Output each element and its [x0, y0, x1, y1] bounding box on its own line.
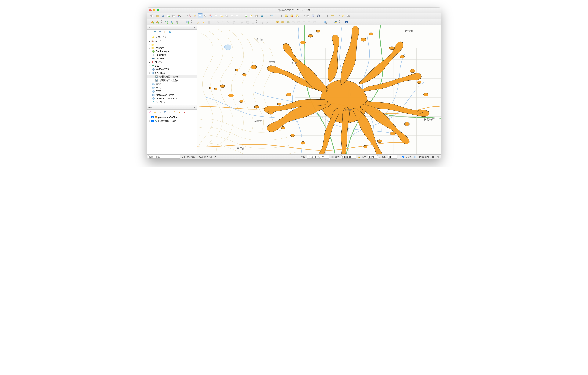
copy-button[interactable]	[245, 20, 250, 25]
label-toolbar-main-button[interactable]: abc	[275, 20, 280, 25]
paste-button[interactable]	[251, 20, 255, 25]
browser-item-spatialite[interactable]: SpatiaLite	[147, 53, 197, 57]
open-project-button[interactable]	[155, 13, 160, 18]
browser-item-ows[interactable]: OWS	[147, 89, 197, 93]
toggle-editing-button[interactable]	[201, 20, 206, 25]
messages-icon[interactable]	[431, 155, 435, 159]
layout-manager-button[interactable]	[171, 13, 176, 18]
toolbar-grip[interactable]: ⋮⋮	[332, 20, 333, 24]
rotation-spin[interactable]: ▲▼	[388, 155, 400, 159]
toolbar-grip[interactable]: ⋮⋮	[304, 14, 304, 18]
redo-button[interactable]	[264, 20, 269, 25]
browser-undock-button[interactable]: ▫	[190, 26, 193, 28]
browser-item-wmswmts[interactable]: WMS/WMTS	[147, 67, 197, 71]
extents-icon[interactable]	[331, 155, 334, 158]
browser-item-xyz-standard[interactable]: 地理院地図（標準）	[147, 75, 197, 78]
zoom-next-button[interactable]	[235, 13, 240, 18]
browser-item-wfs[interactable]: WFS	[147, 86, 197, 89]
delete-button[interactable]	[231, 20, 236, 25]
toolbar-grip[interactable]: ⋮⋮	[148, 14, 149, 18]
map-canvas[interactable]: 渋川市 安中市 富岡市 前橋市 前橋市 伊勢崎市 榛東村 吉岡町	[197, 25, 441, 154]
layer-gsi-pale[interactable]: ▼ 地理院地図（淡色）	[147, 119, 197, 123]
layer-gunma-pref-office[interactable]: gunma-pref-office	[147, 115, 197, 119]
properties-icon[interactable]: i	[168, 30, 172, 34]
python-console-button[interactable]	[333, 20, 338, 25]
magnifier-spin[interactable]: ▲▼	[368, 155, 380, 159]
undo-button[interactable]	[259, 20, 264, 25]
browser-item-postgis[interactable]: PostGIS	[147, 57, 197, 60]
zoom-to-layer-button[interactable]	[224, 13, 229, 18]
collapse-all-layers-icon[interactable]	[178, 110, 181, 114]
filter-legend-icon[interactable]	[163, 110, 167, 114]
save-project-button[interactable]	[161, 13, 166, 18]
browser-item-db2[interactable]: ▶DB2DB2	[147, 64, 197, 67]
plugins-icon[interactable]	[436, 155, 440, 159]
field-calculator-button[interactable]	[311, 13, 315, 18]
toolbar-grip[interactable]: ⋮⋮	[268, 14, 269, 18]
refresh-browser-icon[interactable]	[153, 30, 157, 34]
browser-tree[interactable]: ⭐お気に入り ▶🏠ホーム ▶📁/ ▶📁/Volumes GeoPackage S…	[147, 35, 197, 105]
new-project-button[interactable]	[150, 13, 155, 18]
add-vector-layer-button[interactable]: +	[150, 20, 155, 25]
add-feature-button[interactable]: +	[215, 20, 220, 25]
filter-browser-icon[interactable]	[158, 30, 162, 34]
zoom-to-selection-button[interactable]	[219, 13, 224, 18]
cut-button[interactable]	[240, 20, 245, 25]
new-bookmark-button[interactable]	[249, 13, 254, 18]
zoom-in-button[interactable]: +	[198, 13, 203, 18]
new-print-layout-button[interactable]: +	[166, 13, 171, 18]
new-spatialite-button[interactable]: +	[169, 20, 174, 25]
move-feature-button[interactable]	[220, 20, 225, 25]
measure-button[interactable]	[330, 13, 335, 18]
select-by-value-button[interactable]: ε	[289, 13, 294, 18]
new-shapefile-button[interactable]: +	[164, 20, 169, 25]
toolbar-grip[interactable]: ⋮⋮	[148, 20, 149, 24]
toolbar-grip[interactable]: ⋮⋮	[339, 14, 340, 18]
show-bookmarks-button[interactable]	[254, 13, 259, 18]
zoom-out-button[interactable]: −	[203, 13, 208, 18]
label-highlight-button[interactable]: abc	[286, 20, 291, 25]
layer-visibility-checkbox[interactable]	[151, 116, 154, 119]
collapse-all-icon[interactable]	[163, 30, 167, 34]
toolbar-grip[interactable]: ⋮⋮	[194, 20, 195, 24]
label-tool-5-button[interactable]	[312, 20, 317, 25]
label-tool-3-button[interactable]	[302, 20, 306, 25]
actions-button[interactable]	[275, 13, 280, 18]
toolbar-grip[interactable]: ⋮⋮	[183, 20, 185, 24]
crs-label[interactable]: EPSG:4326	[418, 156, 429, 158]
crs-icon[interactable]	[413, 155, 416, 158]
refresh-button[interactable]	[260, 13, 264, 18]
browser-item-geopackage[interactable]: GeoPackage	[147, 49, 197, 53]
add-layer-icon[interactable]: +	[148, 30, 152, 34]
lock-scale-icon[interactable]: 🔒	[358, 156, 361, 158]
pan-to-selection-button[interactable]	[192, 13, 197, 18]
style-manager-button[interactable]: a	[177, 13, 181, 18]
locator-search-input[interactable]	[148, 155, 180, 159]
layers-tree[interactable]: gunma-pref-office ▼ 地理院地図（淡色）	[147, 115, 197, 154]
coord-input[interactable]	[307, 155, 329, 159]
browser-item-home[interactable]: ▶🏠ホーム	[147, 39, 197, 43]
new-geopackage-button[interactable]: +	[175, 20, 179, 25]
metasearch-button[interactable]	[323, 20, 328, 25]
current-edits-button[interactable]	[196, 20, 201, 25]
browser-item-volumes[interactable]: ▶📁/Volumes	[147, 46, 197, 49]
locator-search[interactable]	[148, 155, 180, 159]
map-tips-button[interactable]	[341, 13, 346, 18]
layers-undock-button[interactable]: ▫	[190, 106, 193, 109]
layer-style-icon[interactable]	[148, 110, 152, 114]
layers-close-button[interactable]: ✕	[193, 106, 196, 109]
browser-item-geonode[interactable]: GeoNode	[147, 100, 197, 104]
select-features-button[interactable]	[284, 13, 289, 18]
label-pin-button[interactable]: ab	[280, 20, 285, 25]
add-raster-layer-button[interactable]: +	[155, 20, 160, 25]
browser-close-button[interactable]: ✕	[193, 26, 196, 28]
deselect-all-button[interactable]	[295, 13, 300, 18]
label-tool-1-button[interactable]	[291, 20, 296, 25]
remove-layer-icon[interactable]	[183, 110, 186, 114]
identify-button[interactable]: i	[270, 13, 275, 18]
browser-item-arcgismap[interactable]: ArcGisMapServer	[147, 93, 197, 97]
pan-button[interactable]	[187, 13, 192, 18]
layer-visibility-checkbox[interactable]	[151, 120, 154, 122]
scale-combo[interactable]: 1:129398	[341, 155, 356, 159]
rotation-input[interactable]	[388, 155, 398, 159]
